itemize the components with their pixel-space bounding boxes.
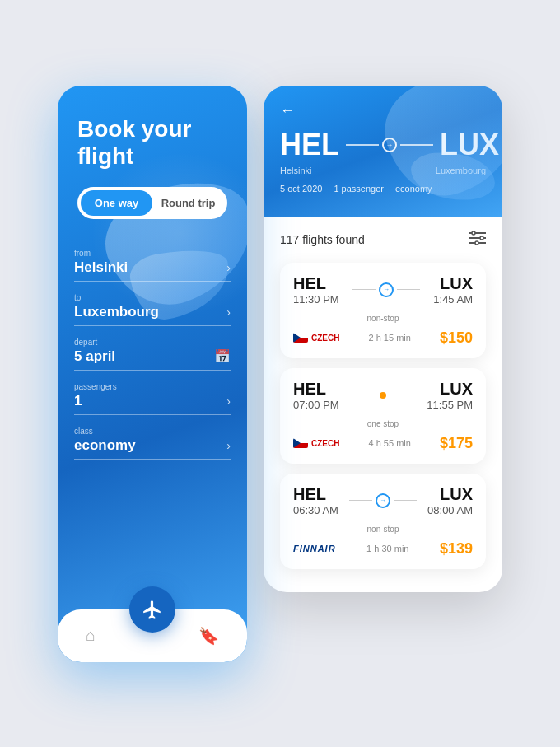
depart-label: depart (74, 338, 231, 347)
route-circle-icon: → (382, 138, 397, 152)
flight-3-origin: HEL 06:30 AM (293, 485, 338, 516)
depart-value: 5 april (74, 348, 115, 365)
flight-card-1[interactable]: HEL 11:30 PM → LUX 1:45 AM non-stop (280, 263, 486, 358)
flight-card-2[interactable]: HEL 07:00 PM LUX 11:55 PM one stop (280, 368, 486, 464)
to-chevron-icon: › (226, 306, 231, 319)
one-way-button[interactable]: One way (81, 190, 152, 216)
flight-1-origin: HEL 11:30 PM (293, 274, 339, 306)
from-label: from (74, 249, 231, 258)
flight-3-dest: LUX 08:00 AM (427, 485, 473, 516)
flight-2-dest: LUX 11:55 PM (427, 380, 473, 411)
flight-3-route: → (338, 493, 427, 508)
flight-1-stop-label: non-stop (293, 314, 473, 323)
flight-2-stop-dot (380, 392, 386, 399)
czech-flag-icon (293, 333, 308, 343)
passengers-value: 1 (74, 393, 82, 409)
flight-3-price: $139 (440, 540, 473, 558)
flight-3-duration: 1 h 30 min (366, 544, 408, 553)
search-flights-button[interactable] (129, 586, 175, 633)
to-field-row[interactable]: Luxembourg › (74, 304, 231, 326)
round-trip-button[interactable]: Round trip (152, 190, 224, 216)
route-line-left (346, 144, 379, 146)
from-value: Helsinki (74, 259, 128, 276)
flight-1-direct-icon: → (379, 282, 394, 297)
flight-3-bottom: FINNAIR 1 h 30 min $139 (293, 540, 473, 558)
flight-3-line-left (349, 500, 372, 502)
trip-type-toggle: One way Round trip (77, 187, 227, 219)
flight-1-line-left (352, 289, 376, 291)
class-chevron-icon: › (226, 439, 231, 452)
passengers-chevron-icon: › (226, 395, 231, 408)
flight-date: 5 oct 2020 (280, 184, 322, 194)
title-line2: flight (77, 143, 133, 169)
from-chevron-icon: › (226, 261, 231, 274)
route-arrow: → (346, 138, 433, 152)
bottom-nav: ⌂ 🔖 (58, 609, 247, 662)
czech-flag-icon-2 (293, 438, 308, 448)
flight-2-top: HEL 07:00 PM LUX 11:55 PM (293, 380, 473, 411)
flight-2-route (339, 392, 427, 399)
home-icon[interactable]: ⌂ (82, 623, 99, 648)
flight-passengers: 1 passenger (334, 184, 384, 194)
flight-2-stop-label: one stop (293, 419, 473, 428)
results-summary-bar: 117 flights found (280, 231, 486, 250)
passengers-label: passengers (74, 382, 231, 391)
bookmark-icon[interactable]: 🔖 (195, 623, 222, 649)
to-field-group: to Luxembourg › (74, 293, 231, 326)
flight-1-bottom: CZECH 2 h 15 min $150 (293, 329, 473, 347)
booking-form: from Helsinki › to Luxembourg › depart 5… (58, 249, 247, 488)
flight-1-top: HEL 11:30 PM → LUX 1:45 AM (293, 274, 473, 306)
flight-3-line-right (394, 500, 417, 502)
route-line-right (400, 144, 433, 146)
flight-2-price: $175 (440, 435, 473, 452)
flight-3-top: HEL 06:30 AM → LUX 08:00 AM (293, 485, 473, 516)
flight-3-direct-icon: → (376, 493, 390, 508)
filter-icon[interactable] (469, 231, 486, 250)
results-header: ← HEL → LUX Helsinki Luxembourg 5 oct 20… (264, 86, 502, 217)
flight-2-bottom: CZECH 4 h 55 min $175 (293, 435, 473, 452)
svg-rect-4 (480, 236, 483, 240)
flight-1-dest: LUX 1:45 AM (433, 274, 473, 306)
origin-code: HEL (280, 128, 339, 162)
passengers-field-row[interactable]: 1 › (74, 393, 231, 415)
results-count: 117 flights found (280, 233, 365, 246)
from-field-group: from Helsinki › (74, 249, 231, 282)
flight-2-airline: CZECH (293, 438, 339, 448)
class-value: economy (74, 437, 136, 454)
flight-1-duration: 2 h 15 min (369, 333, 411, 343)
title-line1: Book your (77, 116, 191, 142)
flight-1-airline: CZECH (293, 333, 339, 343)
flight-2-line-right (390, 395, 413, 396)
to-label: to (74, 293, 231, 302)
finnair-logo: FINNAIR (293, 544, 336, 553)
flight-2-line-left (353, 395, 376, 396)
airplane-icon (142, 599, 163, 620)
flight-2-origin: HEL 07:00 PM (293, 380, 339, 411)
flight-3-stop-label: non-stop (293, 525, 473, 534)
depart-field-group: depart 5 april 📅 (74, 338, 231, 371)
origin-city: Helsinki (280, 166, 312, 175)
results-card: ← HEL → LUX Helsinki Luxembourg 5 oct 20… (264, 86, 502, 592)
svg-rect-5 (475, 241, 478, 245)
flights-results: 117 flights found HEL (264, 217, 502, 592)
flight-1-price: $150 (440, 329, 473, 347)
card-header: Book your flight One way Round trip (58, 86, 247, 249)
flight-1-route: → (339, 282, 434, 297)
back-button[interactable]: ← (280, 102, 295, 119)
flight-card-3[interactable]: HEL 06:30 AM → LUX 08:00 AM non-stop (280, 474, 486, 569)
svg-rect-3 (472, 231, 475, 235)
to-value: Luxembourg (74, 304, 159, 320)
depart-field-row[interactable]: 5 april 📅 (74, 348, 231, 371)
flight-1-line-right (397, 289, 420, 291)
from-field-row[interactable]: Helsinki › (74, 259, 231, 282)
calendar-icon: 📅 (214, 348, 231, 364)
passengers-field-group: passengers 1 › (74, 382, 231, 415)
class-field-group: class economy › (74, 427, 231, 460)
class-field-row[interactable]: economy › (74, 437, 231, 460)
page-title: Book your flight (77, 115, 227, 170)
flight-3-airline: FINNAIR (293, 544, 336, 553)
flight-2-duration: 4 h 55 min (369, 438, 411, 448)
booking-card: Book your flight One way Round trip from… (58, 86, 247, 662)
class-label: class (74, 427, 231, 436)
